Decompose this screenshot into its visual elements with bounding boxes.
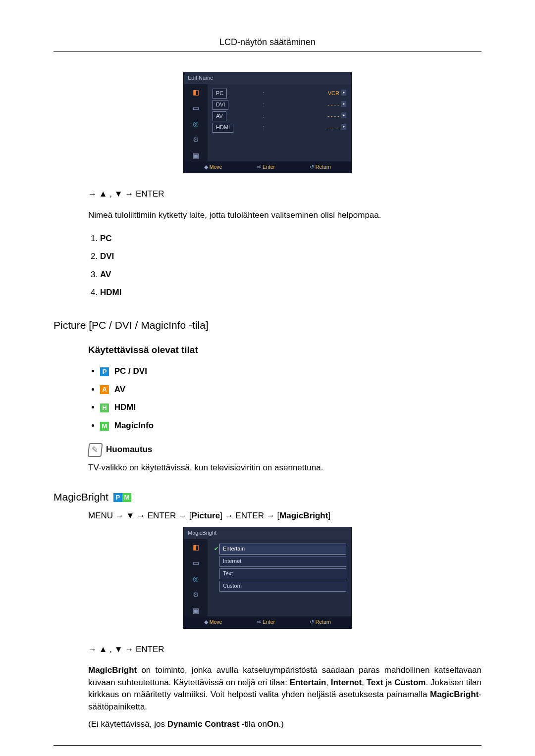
return-icon: ↺ bbox=[310, 164, 314, 170]
top-rule bbox=[54, 51, 482, 52]
osd-edit-name: Edit Name ◧ ▭ ◎ ⚙ ▣ PC : VCR▸ DVI : - - … bbox=[183, 72, 352, 173]
osd1-value-0: VCR bbox=[328, 90, 339, 96]
osd-side-icon-input: ◧ bbox=[188, 86, 203, 98]
osd-side-icon-sound: ◎ bbox=[188, 573, 203, 585]
mode-item-pc: P PC / DVI bbox=[100, 362, 482, 381]
chevron-right-icon[interactable]: ▸ bbox=[341, 112, 346, 118]
osd1-label-2: AV bbox=[213, 111, 226, 121]
osd-magicbright: MagicBright ◧ ▭ ◎ ⚙ ▣ ✔ Entertain Intern… bbox=[183, 527, 352, 628]
osd1-row-dvi[interactable]: DVI : - - - -▸ bbox=[213, 100, 346, 110]
osd2-option-custom[interactable]: Custom bbox=[213, 581, 346, 592]
move-icon: ◆ bbox=[204, 164, 208, 170]
menu-path: MENU → ▼ → ENTER → [Picture] → ENTER → [… bbox=[88, 510, 482, 522]
move-icon: ◆ bbox=[204, 619, 208, 625]
osd1-row-av[interactable]: AV : - - - -▸ bbox=[213, 111, 346, 121]
osd2-option-entertain[interactable]: ✔ Entertain bbox=[213, 544, 346, 554]
osd1-value-2: - - - - bbox=[327, 113, 339, 119]
osd1-value-1: - - - - bbox=[327, 101, 339, 107]
chevron-right-icon[interactable]: ▸ bbox=[341, 90, 346, 96]
osd1-label-1: DVI bbox=[213, 100, 228, 110]
osd-side-icon-setup: ⚙ bbox=[188, 134, 203, 146]
return-icon: ↺ bbox=[310, 619, 314, 625]
bottom-rule bbox=[54, 745, 482, 746]
a-icon: A bbox=[100, 385, 109, 394]
osd-side-icon-picture: ▭ bbox=[188, 557, 203, 569]
osd-side-icon-input: ◧ bbox=[188, 541, 203, 553]
note-icon: ✎ bbox=[88, 443, 103, 457]
heading-magicbright: MagicBright PM bbox=[54, 490, 482, 504]
osd1-footer: ◆ Move ⏎ Enter ↺ Return bbox=[184, 161, 351, 173]
m-icon: M bbox=[100, 422, 109, 431]
ol-item-1: PC bbox=[100, 234, 112, 243]
nav-sequence-1: → ▲ , ▼ → ENTER bbox=[88, 188, 482, 201]
osd1-row-hdmi[interactable]: HDMI : - - - -▸ bbox=[213, 123, 346, 133]
osd-side-icon-sound: ◎ bbox=[188, 118, 203, 130]
h-icon: H bbox=[100, 403, 109, 412]
magicbright-availability-note: (Ei käytettävissä, jos Dynamic Contrast … bbox=[88, 718, 482, 731]
osd-side-icon-setup: ⚙ bbox=[188, 589, 203, 601]
osd-side-icon-multi: ▣ bbox=[188, 150, 203, 161]
enter-icon: ⏎ bbox=[257, 619, 261, 625]
m-icon: M bbox=[122, 493, 131, 502]
ol-item-2: DVI bbox=[100, 252, 114, 261]
page-title: LCD-näytön säätäminen bbox=[54, 36, 482, 49]
mode-item-av: A AV bbox=[100, 381, 482, 399]
note-text: TV-valikko on käytettävissä, kun televis… bbox=[88, 462, 482, 474]
p-icon: P bbox=[113, 493, 122, 502]
osd2-footer: ◆ Move ⏎ Enter ↺ Return bbox=[184, 616, 351, 628]
p-icon: P bbox=[100, 367, 109, 376]
osd1-row-pc[interactable]: PC : VCR▸ bbox=[213, 89, 346, 99]
osd1-label-0: PC bbox=[213, 89, 227, 99]
nav-sequence-2: → ▲ , ▼ → ENTER bbox=[88, 644, 482, 656]
heading-available-modes: Käytettävissä olevat tilat bbox=[88, 343, 482, 357]
heading-picture: Picture [PC / DVI / MagicInfo -tila] bbox=[54, 318, 482, 333]
mode-item-magicinfo: M MagicInfo bbox=[100, 417, 482, 435]
osd2-option-internet[interactable]: Internet bbox=[213, 556, 346, 567]
check-icon: ✔ bbox=[213, 545, 219, 553]
osd2-option-text[interactable]: Text bbox=[213, 568, 346, 579]
osd1-label-3: HDMI bbox=[213, 123, 233, 133]
osd1-value-3: - - - - bbox=[327, 124, 339, 130]
osd2-sidebar: ◧ ▭ ◎ ⚙ ▣ bbox=[184, 539, 208, 616]
note-label: Huomautus bbox=[106, 444, 153, 456]
ol-item-3: AV bbox=[100, 270, 111, 279]
osd1-sidebar: ◧ ▭ ◎ ⚙ ▣ bbox=[184, 84, 208, 161]
osd-side-icon-multi: ▣ bbox=[188, 605, 203, 616]
enter-icon: ⏎ bbox=[257, 164, 261, 170]
osd1-title: Edit Name bbox=[184, 72, 351, 84]
chevron-right-icon[interactable]: ▸ bbox=[341, 124, 346, 130]
intro-text-1: Nimeä tuloliittimiin kytketty laite, jot… bbox=[88, 209, 482, 222]
ol-item-4: HDMI bbox=[100, 288, 121, 297]
input-list: PC DVI AV HDMI bbox=[88, 230, 482, 302]
chevron-right-icon[interactable]: ▸ bbox=[341, 101, 346, 107]
magicbright-description: MagicBright on toiminto, jonka avulla ka… bbox=[88, 664, 482, 713]
mode-item-hdmi: H HDMI bbox=[100, 399, 482, 417]
osd-side-icon-picture: ▭ bbox=[188, 102, 203, 114]
osd2-title: MagicBright bbox=[184, 527, 351, 539]
